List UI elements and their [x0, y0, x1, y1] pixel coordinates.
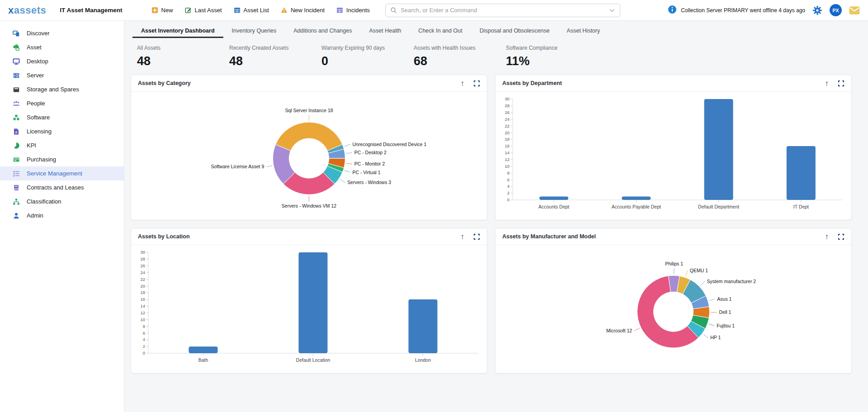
- svg-text:12: 12: [505, 157, 509, 162]
- sidebar-item-classification[interactable]: Classification: [0, 194, 124, 208]
- sidebar-item-asset[interactable]: Asset: [0, 40, 124, 54]
- classification-icon: [13, 198, 20, 205]
- desktop-icon: [13, 58, 20, 65]
- stat-value: 48: [229, 54, 321, 68]
- info-icon: [668, 5, 677, 15]
- svg-text:14: 14: [505, 150, 509, 155]
- sidebar-item-software[interactable]: Software: [0, 110, 124, 124]
- notification[interactable]: Collection Server PRIMARY went offline 4…: [668, 5, 805, 15]
- sidebar-item-people[interactable]: People: [0, 96, 124, 110]
- svg-text:4: 4: [143, 337, 145, 342]
- stat-label: Warranty Expiring 90 days: [321, 45, 414, 51]
- svg-text:14: 14: [140, 303, 145, 308]
- sidebar-item-server[interactable]: Server: [0, 68, 124, 82]
- discover-icon: [13, 30, 20, 37]
- sidebar-item-desktop[interactable]: Desktop: [0, 54, 124, 68]
- stat-value: 0: [321, 54, 414, 68]
- export-arrow-icon[interactable]: ↑: [825, 233, 829, 241]
- card-title: Assets by Manufacturer and Model: [502, 233, 596, 240]
- svg-text:0: 0: [143, 350, 145, 355]
- svg-text:24: 24: [140, 270, 145, 275]
- toolbar-action-label: New: [161, 7, 173, 14]
- svg-text:0: 0: [507, 197, 509, 202]
- svg-text:Philips 1: Philips 1: [665, 261, 683, 266]
- assets-by-department-chart[interactable]: 024681012141618202224262830Accounts Dept…: [495, 92, 851, 220]
- tab-asset-history[interactable]: Asset History: [558, 24, 609, 38]
- svg-text:22: 22: [505, 123, 509, 128]
- toolbar-action-label: Incidents: [346, 7, 370, 14]
- sidebar-item-label: Storage and Spares: [27, 86, 79, 93]
- toolbar-action-incidents[interactable]: Incidents: [336, 7, 370, 14]
- svg-text:IT Dept: IT Dept: [793, 204, 809, 209]
- toolbar-action-last-asset[interactable]: Last Asset: [185, 7, 222, 14]
- expand-icon[interactable]: [473, 80, 480, 87]
- tab-disposal-and-obsolescense[interactable]: Disposal and Obsolescense: [471, 24, 558, 38]
- toolbar-action-new-incident[interactable]: New Incident: [281, 7, 325, 14]
- svg-text:System manufacturer 2: System manufacturer 2: [707, 279, 756, 284]
- svg-text:Servers - Windows VM 12: Servers - Windows VM 12: [282, 203, 337, 208]
- toolbar-action-asset-list[interactable]: Asset List: [234, 7, 269, 14]
- sidebar-item-label: Service Management: [27, 170, 82, 177]
- main-content: Asset Inventory DashboardInventory Queri…: [124, 21, 868, 412]
- sidebar-item-purchasing[interactable]: Purchasing: [0, 152, 124, 166]
- svg-text:Dell 1: Dell 1: [719, 309, 731, 315]
- tab-bar: Asset Inventory DashboardInventory Queri…: [124, 21, 868, 38]
- svg-text:24: 24: [505, 117, 509, 122]
- sidebar-item-label: Software: [27, 114, 50, 121]
- avatar[interactable]: PX: [830, 4, 842, 16]
- expand-icon[interactable]: [838, 233, 844, 240]
- logo-rest: assets: [14, 5, 47, 16]
- notification-text: Collection Server PRIMARY went offline 4…: [681, 7, 805, 14]
- envelope-icon[interactable]: [849, 6, 860, 15]
- tab-asset-inventory-dashboard[interactable]: Asset Inventory Dashboard: [132, 24, 223, 38]
- people-icon: [13, 100, 20, 107]
- sidebar-item-licensing[interactable]: Licensing: [0, 124, 124, 138]
- svg-text:Accounts Dept: Accounts Dept: [538, 204, 569, 209]
- sidebar-item-label: People: [27, 100, 45, 107]
- svg-text:Software License Asset 9: Software License Asset 9: [211, 164, 264, 169]
- asset-icon: [13, 44, 20, 51]
- xassets-logo[interactable]: xassets: [8, 5, 46, 16]
- stat-value: 68: [414, 54, 506, 68]
- stat-label: Recently Created Assets: [229, 45, 321, 51]
- stat-assets-with-health-issues: Assets with Health Issues68: [414, 45, 506, 68]
- tab-additions-and-changes[interactable]: Additions and Changes: [285, 24, 360, 38]
- sidebar-item-discover[interactable]: Discover: [0, 26, 124, 40]
- assets-by-manufacturer-chart[interactable]: Philips 1QEMU 1System manufacturer 2Asus…: [495, 245, 851, 373]
- assets-by-category-chart[interactable]: Sql Server Instance 18Unrecognised Disco…: [131, 92, 487, 220]
- expand-icon[interactable]: [473, 233, 480, 240]
- logo-x: x: [8, 5, 14, 16]
- tab-inventory-queries[interactable]: Inventory Queries: [223, 24, 285, 38]
- tab-asset-health[interactable]: Asset Health: [360, 24, 410, 38]
- sidebar-item-admin[interactable]: Admin: [0, 208, 124, 223]
- svg-text:2: 2: [143, 344, 145, 349]
- sidebar-item-kpi[interactable]: KPI: [0, 138, 124, 152]
- svg-text:Default Department: Default Department: [698, 204, 739, 209]
- dashboard-grid: Assets by Category ↑ Sql Server Instance…: [124, 70, 868, 374]
- storage-icon: [13, 86, 20, 93]
- assets-by-location-chart[interactable]: 024681012141618202224262830BathDefault L…: [131, 245, 487, 373]
- svg-text:4: 4: [507, 184, 509, 189]
- export-arrow-icon[interactable]: ↑: [825, 80, 829, 87]
- svg-text:Unrecognised Discovered Device: Unrecognised Discovered Device 1: [352, 142, 426, 147]
- tab-check-in-and-out[interactable]: Check In and Out: [410, 24, 471, 38]
- toolbar-action-new[interactable]: New: [151, 7, 173, 14]
- expand-icon[interactable]: [838, 80, 844, 87]
- admin-icon: [13, 212, 20, 219]
- sidebar-item-contracts-and-leases[interactable]: Contracts and Leases: [0, 180, 124, 194]
- table-blue-icon: [234, 7, 241, 14]
- chevron-down-icon[interactable]: [609, 7, 615, 14]
- export-arrow-icon[interactable]: ↑: [461, 233, 465, 241]
- card-header: Assets by Location ↑: [131, 228, 487, 245]
- stat-software-compliance: Software Compliance11%: [506, 45, 598, 68]
- sidebar-item-service-management[interactable]: Service Management: [0, 166, 124, 180]
- card-header: Assets by Manufacturer and Model ↑: [495, 228, 851, 245]
- card-assets-by-department: Assets by Department ↑ 02468101214161820…: [495, 75, 852, 220]
- gear-icon[interactable]: [812, 5, 822, 15]
- toolbar-action-label: New Incident: [291, 7, 325, 14]
- export-arrow-icon[interactable]: ↑: [461, 80, 465, 87]
- sidebar-item-storage-and-spares[interactable]: Storage and Spares: [0, 82, 124, 96]
- svg-text:Fujitsu 1: Fujitsu 1: [717, 323, 735, 328]
- search-box[interactable]: [385, 4, 620, 17]
- search-input[interactable]: [401, 7, 605, 14]
